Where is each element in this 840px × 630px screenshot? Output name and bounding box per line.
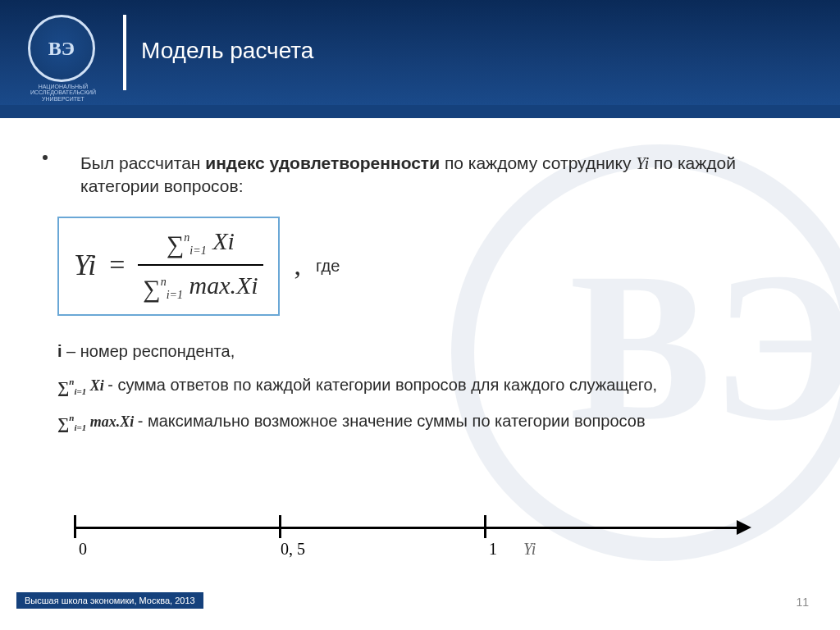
- arrow-icon: [737, 520, 751, 535]
- axis-line: [74, 527, 738, 529]
- denominator: ∑ni=1 max.Xi: [138, 266, 262, 306]
- header-underline: [0, 105, 840, 118]
- page-number: 11: [796, 596, 809, 609]
- intro-bold: индекс удовлетворенности: [205, 153, 440, 172]
- inline-sum-xi: ∑ni=1 Xi: [57, 377, 107, 394]
- axis-label-0: 0: [79, 540, 87, 559]
- slide: ВЭ НАЦИОНАЛЬНЫЙ ИССЛЕДОВАТЕЛЬСКИЙ УНИВЕР…: [0, 0, 840, 630]
- equals-sign: =: [109, 246, 125, 284]
- formula-lhs: Yi: [74, 249, 96, 281]
- def-sumxi-text: - сумма ответов по каждой категории вопр…: [107, 376, 657, 394]
- bullet-icon: [43, 155, 48, 160]
- formula-row: Yi = ∑ni=1 Xi ∑ni=1 max.Xi , где: [57, 217, 796, 316]
- sum-symbol-den: ∑: [143, 272, 160, 306]
- tick-05: [279, 515, 281, 538]
- den-term: max.Xi: [183, 272, 258, 299]
- definitions: i – номер респондента, ∑ni=1 Xi - сумма …: [57, 340, 796, 435]
- header-bar: ВЭ НАЦИОНАЛЬНЫЙ ИССЛЕДОВАТЕЛЬСКИЙ УНИВЕР…: [0, 0, 840, 105]
- sum-symbol-num: ∑: [167, 228, 184, 262]
- header-divider: [123, 15, 126, 90]
- hse-logo: ВЭ: [28, 15, 95, 82]
- where-label: где: [316, 255, 340, 277]
- logo-caption: НАЦИОНАЛЬНЫЙ ИССЛЕДОВАТЕЛЬСКИЙ УНИВЕРСИТ…: [18, 84, 108, 102]
- tick-0: [74, 515, 76, 538]
- num-upper: n: [184, 231, 189, 244]
- intro-yi: Yi: [636, 153, 649, 173]
- footer-org: Высшая школа экономики, Москва, 2013: [16, 592, 203, 609]
- def-i: i – номер респондента,: [57, 340, 796, 363]
- num-term: Xi: [207, 227, 235, 254]
- intro-pre: Был рассчитан: [80, 153, 205, 172]
- intro-paragraph: Был рассчитан индекс удовлетворенности п…: [57, 152, 796, 199]
- formula-box: Yi = ∑ni=1 Xi ∑ni=1 max.Xi: [57, 217, 280, 316]
- num-lower: i=1: [189, 244, 206, 257]
- fraction: ∑ni=1 Xi ∑ni=1 max.Xi: [138, 225, 262, 306]
- axis-label-yi: Yi: [523, 540, 536, 559]
- def-summax: ∑ni=1 max.Xi - максимально возможное зна…: [57, 410, 796, 435]
- den-upper: n: [161, 276, 167, 288]
- axis-label-1: 1: [489, 540, 497, 559]
- number-line: 0 0, 5 1 Yi: [74, 507, 755, 556]
- intro-post: по каждому сотруднику: [440, 153, 636, 172]
- inline-sum-max: ∑ni=1 max.Xi: [57, 413, 138, 430]
- def-i-text: – номер респондента,: [62, 342, 235, 360]
- axis-label-05: 0, 5: [281, 540, 305, 559]
- def-summax-text: - максимально возможное значение суммы п…: [138, 412, 646, 430]
- numerator: ∑ni=1 Xi: [138, 225, 262, 267]
- den-lower: i=1: [167, 289, 183, 301]
- formula-comma: ,: [294, 247, 302, 285]
- slide-title: Модель расчета: [141, 38, 313, 64]
- logo-letters: ВЭ: [48, 38, 75, 60]
- tick-1: [484, 515, 486, 538]
- content: Был рассчитан индекс удовлетворенности п…: [57, 152, 796, 446]
- def-sumxi: ∑ni=1 Xi - сумма ответов по каждой катег…: [57, 374, 796, 399]
